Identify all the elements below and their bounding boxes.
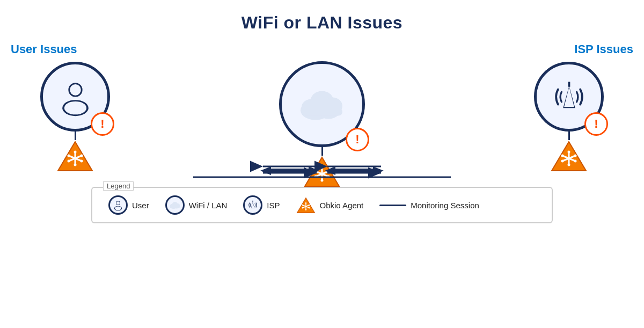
legend-isp-icon bbox=[243, 195, 262, 215]
svg-point-40 bbox=[561, 160, 564, 163]
svg-point-69 bbox=[305, 202, 306, 204]
user-agent-triangle bbox=[56, 140, 94, 172]
legend-box: Legend User WiFi / LAN bbox=[91, 187, 553, 223]
svg-marker-45 bbox=[325, 166, 384, 175]
svg-marker-44 bbox=[260, 166, 319, 175]
svg-point-41 bbox=[574, 160, 577, 163]
legend-isp-item: ISP bbox=[243, 195, 280, 215]
svg-point-42 bbox=[568, 164, 570, 166]
svg-point-71 bbox=[308, 204, 310, 206]
user-circle-icon: ! bbox=[40, 62, 110, 132]
legend-user-item: User bbox=[108, 195, 149, 215]
svg-point-38 bbox=[561, 155, 564, 157]
arrows-and-line bbox=[118, 156, 526, 183]
legend-agent-icon bbox=[296, 197, 316, 214]
connection-diagram bbox=[118, 156, 526, 183]
legend-session-line bbox=[379, 205, 406, 206]
legend-user-icon bbox=[108, 195, 128, 215]
svg-rect-32 bbox=[568, 82, 570, 86]
svg-point-55 bbox=[115, 206, 121, 210]
svg-rect-19 bbox=[302, 108, 342, 116]
legend-wifi-label: WiFi / LAN bbox=[189, 201, 228, 210]
legend-wifi-icon bbox=[165, 195, 185, 215]
legend-session-item: Monitoring Session bbox=[379, 201, 479, 210]
legend-isp-label: ISP bbox=[267, 201, 280, 210]
svg-point-74 bbox=[305, 209, 306, 210]
isp-circle-icon: ! bbox=[534, 62, 604, 132]
legend-session-label: Monitoring Session bbox=[411, 201, 479, 210]
svg-point-37 bbox=[568, 151, 570, 154]
user-error-badge: ! bbox=[91, 112, 114, 136]
svg-point-39 bbox=[574, 155, 577, 157]
legend-agent-item: Obkio Agent bbox=[296, 197, 364, 214]
svg-point-2 bbox=[70, 84, 81, 96]
svg-point-3 bbox=[64, 101, 86, 114]
isp-agent-triangle bbox=[550, 140, 588, 172]
svg-point-8 bbox=[74, 151, 77, 154]
user-agent-icon bbox=[56, 140, 94, 172]
cloud-error-badge: ! bbox=[346, 128, 369, 151]
isp-agent-container bbox=[550, 132, 588, 172]
svg-point-11 bbox=[68, 160, 70, 163]
svg-point-70 bbox=[302, 204, 303, 206]
legend-dash-line bbox=[379, 205, 406, 206]
isp-agent-icon bbox=[550, 140, 588, 172]
svg-marker-63 bbox=[252, 202, 255, 208]
svg-point-9 bbox=[68, 155, 70, 157]
isp-icon bbox=[549, 77, 589, 117]
user-agent-vline bbox=[75, 132, 76, 140]
svg-point-54 bbox=[116, 201, 120, 205]
svg-point-13 bbox=[74, 164, 77, 166]
user-icon bbox=[55, 77, 96, 117]
svg-rect-61 bbox=[170, 206, 180, 208]
cloud-circle-icon: ! bbox=[279, 61, 365, 147]
legend-agent-label: Obkio Agent bbox=[320, 201, 364, 210]
isp-error-badge: ! bbox=[584, 112, 608, 136]
legend-user-label: User bbox=[132, 201, 149, 210]
svg-rect-64 bbox=[253, 201, 253, 202]
user-agent-container bbox=[56, 132, 94, 172]
svg-point-10 bbox=[80, 155, 83, 157]
cloud-icon bbox=[295, 85, 349, 123]
isp-issues-label: ISP Issues bbox=[574, 42, 644, 56]
legend-wifi-item: WiFi / LAN bbox=[165, 195, 228, 215]
svg-marker-31 bbox=[564, 86, 574, 107]
svg-point-73 bbox=[308, 207, 310, 208]
isp-section: ISP Issues ! bbox=[494, 42, 644, 172]
user-issues-label: User Issues bbox=[0, 42, 77, 56]
svg-point-72 bbox=[302, 207, 303, 208]
center-agent-vline bbox=[321, 147, 323, 156]
legend-title: Legend bbox=[103, 181, 134, 191]
isp-agent-vline bbox=[568, 132, 570, 140]
svg-point-12 bbox=[80, 160, 83, 163]
user-section: User Issues ! bbox=[0, 42, 150, 172]
page-title: WiFi or LAN Issues bbox=[241, 13, 402, 33]
